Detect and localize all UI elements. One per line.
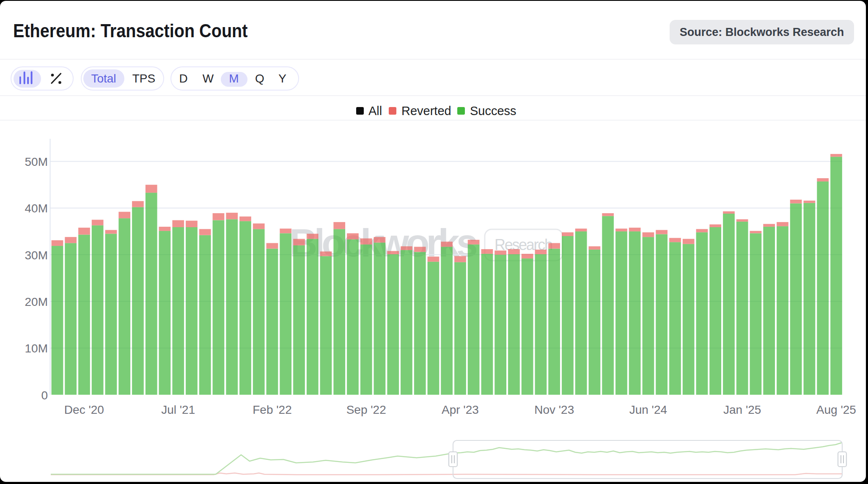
svg-text:20M: 20M	[25, 295, 48, 308]
svg-text:0: 0	[41, 389, 48, 402]
svg-text:Jan '25: Jan '25	[723, 403, 761, 416]
svg-text:40M: 40M	[25, 202, 48, 215]
svg-text:Jul '21: Jul '21	[161, 403, 195, 416]
svg-text:Dec '20: Dec '20	[64, 403, 104, 416]
svg-text:Nov '23: Nov '23	[534, 403, 574, 416]
svg-text:30M: 30M	[25, 249, 48, 262]
svg-text:Aug '25: Aug '25	[816, 403, 856, 416]
svg-text:Sep '22: Sep '22	[346, 403, 386, 416]
svg-text:Feb '22: Feb '22	[253, 403, 292, 416]
svg-text:Jun '24: Jun '24	[629, 403, 667, 416]
svg-text:50M: 50M	[25, 155, 48, 168]
svg-text:10M: 10M	[25, 342, 48, 355]
svg-text:Apr '23: Apr '23	[442, 403, 479, 416]
